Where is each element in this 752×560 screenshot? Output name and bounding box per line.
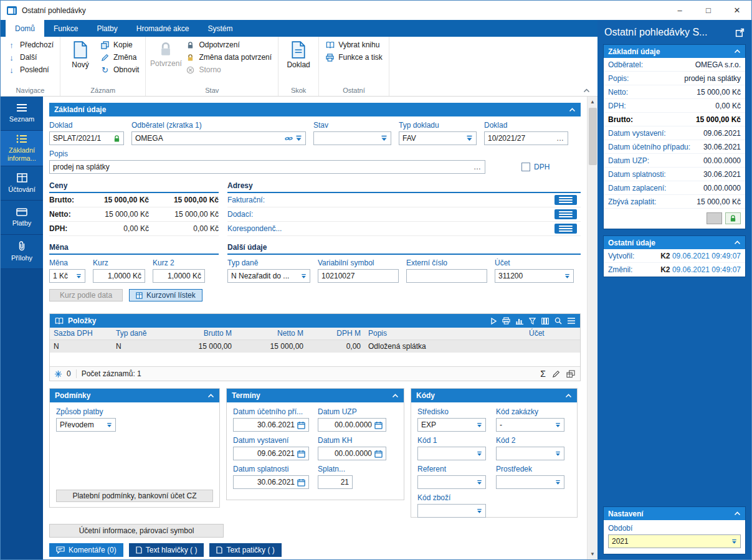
- more-button[interactable]: …: [474, 163, 482, 171]
- close-button[interactable]: ✕: [723, 1, 751, 20]
- maximize-button[interactable]: □: [694, 1, 723, 20]
- sidebar-item-zakladni-informace[interactable]: Základní informa...: [1, 131, 43, 166]
- calendar-icon[interactable]: [297, 421, 305, 429]
- confirm-button[interactable]: Potvrzení: [149, 39, 183, 68]
- copy-button[interactable]: Kopie: [97, 39, 142, 51]
- chevron-up-icon[interactable]: [207, 394, 214, 398]
- splatnost-input[interactable]: 21: [318, 475, 353, 489]
- dropdown-icon[interactable]: [731, 539, 737, 544]
- kurzovni-listek-button[interactable]: Kurzovní lístek: [129, 289, 202, 301]
- chevron-up-icon[interactable]: [569, 108, 576, 112]
- obdobi-select[interactable]: 2021: [608, 534, 741, 548]
- chevron-up-icon[interactable]: [565, 394, 572, 398]
- address-menu-button[interactable]: [554, 224, 577, 234]
- referent-select[interactable]: [417, 475, 486, 489]
- datum-uzp-input[interactable]: 00.00.0000: [318, 418, 386, 432]
- calendar-icon[interactable]: [297, 450, 305, 458]
- col-dph-m[interactable]: DPH M: [307, 328, 364, 339]
- text-hlavicky-button[interactable]: Text hlavičky ( ): [129, 543, 204, 557]
- dropdown-icon[interactable]: [477, 508, 482, 514]
- new-button[interactable]: Nový: [64, 39, 97, 69]
- chevron-up-icon[interactable]: [734, 240, 741, 245]
- change-confirm-date-button[interactable]: Změna data potvrzení: [183, 51, 275, 64]
- mena-select[interactable]: 1 Kč: [49, 269, 85, 283]
- dropdown-icon[interactable]: [466, 135, 473, 141]
- dropdown-icon[interactable]: [301, 273, 307, 279]
- edit-icon[interactable]: [552, 370, 560, 378]
- play-icon[interactable]: [491, 318, 497, 325]
- kod-zbozi-select[interactable]: [417, 504, 486, 518]
- kod-zakazky-select[interactable]: -: [496, 418, 564, 432]
- dropdown-icon[interactable]: [295, 135, 302, 141]
- more-button[interactable]: …: [556, 134, 564, 143]
- dropdown-icon[interactable]: [555, 422, 561, 428]
- functions-print-button[interactable]: Funkce a tisk: [322, 51, 386, 64]
- refresh-button[interactable]: ↻Obnovit: [97, 64, 142, 76]
- prostredek-select[interactable]: [496, 475, 564, 489]
- kod1-select[interactable]: [417, 447, 486, 460]
- text-paticky-button[interactable]: Text patičky ( ): [209, 543, 281, 557]
- print-icon[interactable]: [502, 317, 510, 325]
- columns-icon[interactable]: [541, 318, 549, 325]
- vertical-scrollbar[interactable]: ▲ ▼: [587, 97, 597, 559]
- dropdown-icon[interactable]: [381, 135, 388, 141]
- datum-kh-input[interactable]: 00.00.0000: [318, 447, 386, 460]
- sum-icon[interactable]: Σ: [540, 369, 546, 378]
- doklad2-input[interactable]: 10/2021/27 …: [484, 131, 568, 145]
- variabilni-symbol-input[interactable]: 10210027: [318, 269, 399, 283]
- datum-splatnosti-input[interactable]: 30.06.2021: [233, 475, 309, 489]
- dropdown-icon[interactable]: [477, 451, 482, 457]
- odberatel-input[interactable]: OMEGA: [131, 131, 306, 145]
- filter-icon[interactable]: [529, 318, 536, 325]
- scroll-up-button[interactable]: ▲: [588, 97, 597, 107]
- snowflake-icon[interactable]: [55, 371, 62, 377]
- calendar-icon[interactable]: [297, 478, 305, 486]
- dropdown-icon[interactable]: [564, 273, 570, 279]
- ribbon-collapse-button[interactable]: [583, 88, 590, 93]
- expand-icon[interactable]: [735, 28, 745, 37]
- table-row[interactable]: N N 15 000,00 15 000,00 0,00 Odložená sp…: [50, 339, 580, 353]
- tab-system[interactable]: Systém: [198, 20, 242, 37]
- sidebar-item-prilohy[interactable]: Přílohy: [1, 235, 43, 269]
- kurz-input[interactable]: 1,0000 Kč: [93, 269, 145, 283]
- chart-icon[interactable]: [516, 318, 523, 325]
- dropdown-icon[interactable]: [107, 422, 112, 428]
- address-menu-button[interactable]: [554, 209, 577, 219]
- col-ucet[interactable]: Účet: [525, 328, 580, 339]
- last-button[interactable]: ↓Poslední: [4, 64, 57, 76]
- select-book-button[interactable]: Vybrat knihu: [322, 39, 386, 51]
- link-icon[interactable]: [285, 135, 293, 142]
- kurz2-input[interactable]: 1,0000 Kč: [153, 269, 205, 283]
- typ-dokladu-select[interactable]: FAV: [399, 131, 477, 145]
- copy-icon[interactable]: [566, 370, 575, 378]
- change-button[interactable]: Změna: [97, 51, 142, 64]
- datum-ucetniho-pripadu-input[interactable]: 30.06.2021: [233, 418, 309, 432]
- stredisko-select[interactable]: EXP: [417, 418, 486, 432]
- previous-button[interactable]: ↑Předchozí: [4, 39, 57, 51]
- dropdown-icon[interactable]: [477, 480, 482, 485]
- col-sazba-dph[interactable]: Sazba DPH: [50, 328, 112, 339]
- chevron-up-icon[interactable]: [734, 511, 741, 516]
- sidebar-item-platby[interactable]: Platby: [1, 201, 43, 235]
- unconfirm-button[interactable]: Odpotvrzení: [183, 39, 275, 51]
- datum-vystaveni-input[interactable]: 09.06.2021: [233, 447, 309, 460]
- dph-checkbox[interactable]: [521, 163, 530, 171]
- col-brutto-m[interactable]: Brutto M: [164, 328, 236, 339]
- sidebar-item-seznam[interactable]: Seznam: [1, 97, 43, 131]
- tab-funkce[interactable]: Funkce: [44, 20, 87, 37]
- scroll-down-button[interactable]: ▼: [588, 549, 597, 559]
- platebni-podminky-button[interactable]: Platební podmínky, bankovní účet CZ: [56, 490, 213, 502]
- minimize-button[interactable]: –: [665, 1, 694, 20]
- dropdown-icon[interactable]: [76, 273, 82, 279]
- lock-button[interactable]: [725, 212, 741, 224]
- tab-hromadne-akce[interactable]: Hromadné akce: [127, 20, 199, 37]
- calendar-icon[interactable]: [374, 421, 383, 429]
- stav-select[interactable]: [313, 131, 391, 145]
- kurz-podle-data-button[interactable]: Kurz podle data: [49, 289, 123, 301]
- zoom-icon[interactable]: [554, 317, 562, 325]
- komentare-button[interactable]: Komentáře (0): [49, 543, 123, 557]
- chevron-up-icon[interactable]: [392, 394, 399, 398]
- address-menu-button[interactable]: [554, 195, 577, 205]
- scrollbar-thumb[interactable]: [589, 108, 597, 165]
- kod2-select[interactable]: [496, 447, 564, 460]
